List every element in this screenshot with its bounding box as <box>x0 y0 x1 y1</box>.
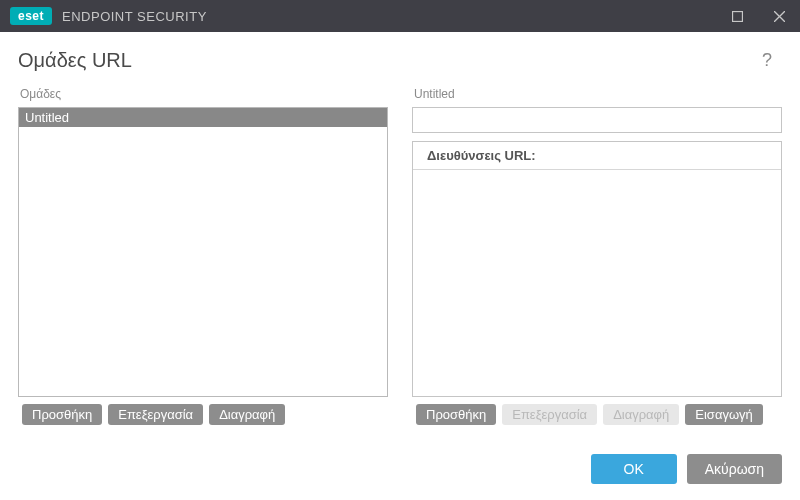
product-name: ENDPOINT SECURITY <box>62 9 207 24</box>
svg-rect-0 <box>732 11 742 21</box>
url-input[interactable] <box>412 107 782 133</box>
main-area: Ομάδες Untitled Προσθήκη Επεξεργασία Δια… <box>0 85 800 432</box>
groups-button-row: Προσθήκη Επεξεργασία Διαγραφή <box>18 397 388 432</box>
groups-section-label: Ομάδες <box>20 87 388 101</box>
groups-column: Ομάδες Untitled Προσθήκη Επεξεργασία Δια… <box>18 85 388 432</box>
urls-header: Διευθύνσεις URL: <box>413 142 781 170</box>
window-controls <box>716 0 800 32</box>
urls-import-button[interactable]: Εισαγωγή <box>685 404 762 425</box>
close-button[interactable] <box>758 0 800 32</box>
urls-column: Untitled Διευθύνσεις URL: Προσθήκη Επεξε… <box>412 85 782 432</box>
brand-badge: eset <box>10 7 52 25</box>
groups-delete-button[interactable]: Διαγραφή <box>209 404 285 425</box>
ok-button[interactable]: OK <box>591 454 677 484</box>
cancel-button[interactable]: Ακύρωση <box>687 454 782 484</box>
page-title: Ομάδες URL <box>18 49 132 72</box>
header-row: Ομάδες URL ? <box>0 32 800 85</box>
urls-button-row: Προσθήκη Επεξεργασία Διαγραφή Εισαγωγή <box>412 397 782 432</box>
groups-edit-button[interactable]: Επεξεργασία <box>108 404 203 425</box>
groups-add-button[interactable]: Προσθήκη <box>22 404 102 425</box>
urls-delete-button: Διαγραφή <box>603 404 679 425</box>
groups-listbox[interactable]: Untitled <box>18 107 388 397</box>
titlebar: eset ENDPOINT SECURITY <box>0 0 800 32</box>
urls-panel: Διευθύνσεις URL: <box>412 141 782 397</box>
urls-add-button[interactable]: Προσθήκη <box>416 404 496 425</box>
help-icon[interactable]: ? <box>758 46 776 75</box>
dialog-footer: OK Ακύρωση <box>0 432 800 500</box>
urls-list[interactable] <box>413 170 781 396</box>
urls-edit-button: Επεξεργασία <box>502 404 597 425</box>
maximize-button[interactable] <box>716 0 758 32</box>
urls-section-label: Untitled <box>414 87 782 101</box>
groups-list-item[interactable]: Untitled <box>19 108 387 127</box>
